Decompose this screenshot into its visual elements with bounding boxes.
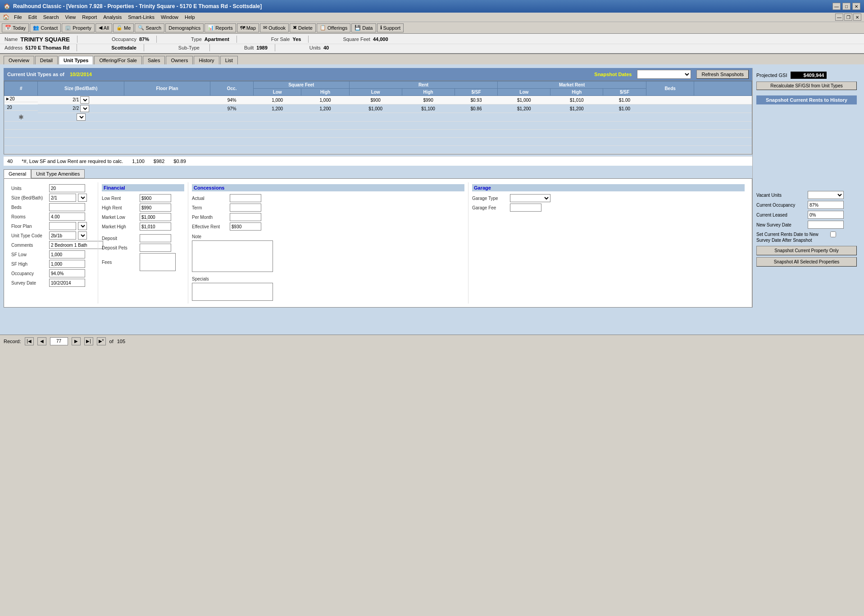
per-month-input[interactable]: [230, 213, 261, 221]
toolbar-contact[interactable]: 👥 Contact: [30, 23, 61, 32]
toolbar-offerings[interactable]: 📋 Offerings: [317, 23, 350, 32]
toolbar-reports[interactable]: 📊 Reports: [205, 23, 236, 32]
nav-next-button[interactable]: ▶: [72, 337, 81, 345]
market-high-input[interactable]: [140, 222, 171, 231]
toolbar-demographics[interactable]: Demographics: [165, 23, 204, 32]
deposit-pets-input[interactable]: [140, 244, 171, 252]
col-header-num: #: [5, 82, 38, 96]
fees-textarea[interactable]: [140, 253, 176, 271]
vacant-units-select[interactable]: [808, 191, 844, 199]
unit-type-code-select[interactable]: [78, 231, 87, 240]
term-input[interactable]: [230, 204, 261, 212]
table-row[interactable]: ▶ 20 2/1 94% 1,000 1,000 $900: [5, 96, 752, 104]
table-row-new[interactable]: ✱: [5, 113, 752, 122]
tab-detail[interactable]: Detail: [35, 56, 58, 64]
size-field-input[interactable]: [49, 194, 76, 202]
menu-analysis[interactable]: Analysis: [100, 14, 124, 21]
new-row-dropdown[interactable]: [77, 113, 86, 121]
new-survey-date-input[interactable]: [808, 221, 844, 229]
tab-overview[interactable]: Overview: [4, 56, 34, 64]
inner-app-icon: 🏠: [3, 14, 9, 20]
menu-edit[interactable]: Edit: [26, 14, 40, 21]
menu-help[interactable]: Help: [182, 14, 198, 21]
set-current-rents-checkbox[interactable]: [830, 231, 836, 237]
row-mrent-sf-2: $1.00: [603, 104, 646, 113]
toolbar-all[interactable]: ◀ All: [95, 23, 112, 32]
floorplan-field-input[interactable]: [49, 222, 76, 230]
note-textarea[interactable]: [192, 240, 273, 272]
row-size-dropdown-1[interactable]: [80, 96, 89, 104]
table-row[interactable]: 20 2/2 97% 1,200 1,200 $1,000 $1,100: [5, 104, 752, 113]
tab-list[interactable]: List: [220, 56, 238, 64]
row-size-dropdown-2[interactable]: [80, 105, 89, 112]
tab-offering[interactable]: Offering/For Sale: [94, 56, 142, 64]
low-rent-input[interactable]: [140, 194, 171, 202]
toolbar-support[interactable]: ℹ Support: [377, 23, 404, 32]
unit-type-code-input[interactable]: [49, 231, 76, 240]
toolbar-today[interactable]: 📅 Today: [2, 23, 29, 32]
detail-tab-amenities[interactable]: Unit Type Amenities: [31, 169, 85, 178]
toolbar-property[interactable]: 🏢 Property: [62, 23, 95, 32]
tab-sales[interactable]: Sales: [143, 56, 165, 64]
close-button[interactable]: ✕: [852, 3, 860, 10]
recalculate-button[interactable]: Recalculate SF/GSI from Unit Types: [756, 82, 857, 90]
record-number-input[interactable]: [50, 337, 68, 345]
tab-owners[interactable]: Owners: [166, 56, 193, 64]
sf-high-input[interactable]: [49, 260, 85, 268]
tab-history[interactable]: History: [194, 56, 219, 64]
survey-date-input[interactable]: [49, 279, 85, 287]
deposit-input[interactable]: [140, 234, 171, 242]
snapshot-current-property-button[interactable]: Snapshot Current Property Only: [756, 246, 857, 255]
sf-low-input[interactable]: [49, 250, 85, 258]
nav-new-button[interactable]: ▶*: [97, 337, 106, 345]
total-units-value: 40: [7, 159, 13, 164]
rooms-field-input[interactable]: [49, 213, 85, 221]
high-rent-input[interactable]: [140, 204, 171, 212]
snapshot-all-selected-button[interactable]: Snapshot All Selected Properties: [756, 257, 857, 267]
detail-tabs: General Unit Type Amenities: [4, 169, 752, 178]
nav-first-button[interactable]: |◀: [25, 337, 34, 345]
inner-minimize-button[interactable]: —: [835, 14, 843, 21]
menu-report[interactable]: Report: [79, 14, 100, 21]
garage-fee-input[interactable]: [510, 204, 541, 212]
actual-input[interactable]: [230, 194, 261, 202]
toolbar-map[interactable]: 🗺 Map: [237, 23, 259, 32]
size-field-select[interactable]: [78, 194, 87, 202]
menu-file[interactable]: File: [11, 14, 25, 21]
units-field-input[interactable]: [49, 184, 85, 192]
nav-last-button[interactable]: ▶|: [84, 337, 93, 345]
garage-type-select[interactable]: [510, 194, 550, 202]
specials-textarea[interactable]: [192, 283, 273, 301]
nav-prev-button[interactable]: ◀: [37, 337, 46, 345]
toolbar-search[interactable]: 🔍 Search: [135, 23, 164, 32]
minimize-button[interactable]: —: [832, 3, 841, 10]
current-occupancy-input[interactable]: [808, 201, 844, 209]
inner-close-button[interactable]: ✕: [853, 14, 861, 21]
snapshot-dates-select[interactable]: [637, 70, 691, 79]
toolbar-me[interactable]: 🔒 Me: [113, 23, 134, 32]
detail-col-basic: Units Size (Bed/Bath) Beds: [8, 182, 98, 303]
refresh-snapshots-button[interactable]: Refresh Snapshots: [696, 70, 749, 79]
current-leased-input[interactable]: [808, 211, 844, 219]
floorplan-field-select[interactable]: [78, 222, 87, 230]
row-sf-low-2: 1,200: [253, 104, 301, 113]
menu-view[interactable]: View: [63, 14, 79, 21]
toolbar-delete[interactable]: ✖ Delete: [290, 23, 316, 32]
menu-window[interactable]: Window: [158, 14, 181, 21]
occupancy-detail-input[interactable]: [49, 269, 85, 277]
inner-restore-button[interactable]: ❐: [844, 14, 852, 21]
per-month-label: Per Month: [192, 215, 228, 220]
toolbar-data[interactable]: 💾 Data: [351, 23, 376, 32]
market-low-input[interactable]: [140, 213, 171, 221]
row-expand-icon[interactable]: ▶: [6, 97, 9, 101]
comments-input[interactable]: [49, 241, 103, 249]
menu-search[interactable]: Search: [41, 14, 62, 21]
tab-unit-types[interactable]: Unit Types: [59, 56, 93, 64]
maximize-button[interactable]: □: [842, 3, 850, 10]
toolbar-outlook[interactable]: ✉ Outlook: [260, 23, 289, 32]
beds-field-input[interactable]: [49, 203, 85, 211]
eff-rent-input[interactable]: [230, 222, 261, 231]
menu-smartlinks[interactable]: Smart-Links: [125, 14, 157, 21]
detail-tab-general[interactable]: General: [4, 169, 31, 178]
unit-types-table: # Size (Bed/Bath) Floor Plan Occ. Square…: [4, 81, 752, 154]
